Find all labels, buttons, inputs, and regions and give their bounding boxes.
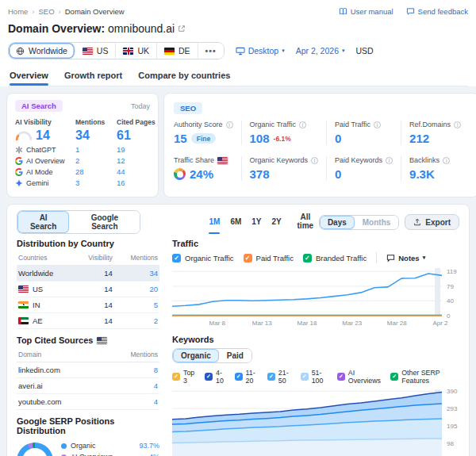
- platform-gemini[interactable]: Gemini: [15, 178, 75, 187]
- chevron-down-icon: ▾: [342, 48, 345, 54]
- range-1y[interactable]: 1Y: [251, 210, 261, 234]
- platform-ai-overview[interactable]: AI Overview: [15, 156, 75, 165]
- notes-dropdown[interactable]: Notes ▾: [386, 254, 425, 262]
- table-row[interactable]: youtube.com4: [17, 394, 159, 410]
- country-scope-group: Worldwide US UK DE •••: [8, 42, 225, 59]
- svg-text:Apr 2: Apr 2: [432, 320, 448, 327]
- ellipsis-icon: •••: [205, 46, 217, 56]
- scope-us-button[interactable]: US: [75, 43, 117, 59]
- keywords-paid-toggle[interactable]: Paid: [219, 349, 251, 362]
- range-all-time[interactable]: All time: [292, 210, 319, 234]
- chatgpt-icon: [15, 146, 23, 154]
- svg-text:Mar 23: Mar 23: [342, 320, 362, 327]
- external-link-icon[interactable]: [178, 25, 186, 33]
- scope-more-button[interactable]: •••: [198, 43, 224, 59]
- breadcrumb-seo[interactable]: SEO: [39, 7, 55, 16]
- checkbox-checked-icon: ✓: [205, 373, 213, 381]
- visibility-gauge-icon: [15, 131, 33, 141]
- report-body: AI Search Today AI Visibility Mentions C…: [0, 86, 476, 456]
- keywords-organic-toggle[interactable]: Organic: [173, 349, 219, 362]
- platform-chatgpt[interactable]: ChatGPT: [15, 145, 75, 154]
- google-g-icon: [15, 157, 23, 165]
- ai-mode-mentions: 28: [75, 167, 117, 176]
- chevron-right-icon: ›: [59, 7, 61, 16]
- uk-flag-icon: [123, 48, 133, 55]
- table-row[interactable]: Worldwide 14 34: [17, 266, 159, 282]
- granularity-months[interactable]: Months: [355, 216, 399, 229]
- traffic-title: Traffic: [172, 239, 459, 248]
- range-6m[interactable]: 6M: [230, 210, 241, 234]
- info-icon[interactable]: i: [311, 157, 318, 164]
- check-4-10[interactable]: ✓4-10: [205, 369, 227, 385]
- scope-worldwide-button[interactable]: Worldwide: [9, 43, 75, 59]
- svg-text:390: 390: [447, 389, 458, 395]
- platform-ai-mode[interactable]: AI Mode: [15, 167, 75, 176]
- ai-search-card: AI Search Today AI Visibility Mentions C…: [6, 93, 159, 197]
- date-select[interactable]: Apr 2, 2026 ▾: [296, 46, 345, 56]
- user-manual-link[interactable]: User manual: [339, 7, 393, 16]
- info-icon[interactable]: i: [454, 121, 461, 128]
- book-icon: [339, 7, 347, 16]
- today-label: Today: [131, 102, 150, 110]
- notes-bubble-icon: [386, 254, 395, 262]
- table-row[interactable]: averi.ai4: [17, 378, 159, 394]
- svg-text:98: 98: [447, 440, 454, 447]
- ai-overview-cited: 12: [117, 156, 161, 165]
- check-21-50[interactable]: ✓21-50: [267, 369, 293, 385]
- seo-badge: SEO: [174, 102, 202, 114]
- granularity-days[interactable]: Days: [320, 216, 355, 229]
- check-top3[interactable]: ✓Top 3: [172, 369, 197, 385]
- svg-text:Mar 13: Mar 13: [252, 320, 272, 327]
- checkbox-checked-icon: ✓: [172, 254, 181, 262]
- metric-organic-keywords: Organic Keywordsi 378: [241, 156, 327, 181]
- check-ai-overviews[interactable]: ✓AI Overviews: [337, 369, 382, 385]
- check-organic-traffic[interactable]: ✓Organic Traffic: [172, 254, 234, 262]
- check-other-serp[interactable]: ✓Other SERP Features: [390, 369, 459, 385]
- device-select[interactable]: Desktop ▾: [236, 46, 285, 56]
- check-11-20[interactable]: ✓11-20: [235, 369, 259, 385]
- date-range-selector: 1M 6M 1Y 2Y All time: [209, 210, 318, 234]
- keywords-chart[interactable]: 098195293390GGGMar 8Mar 13Mar 18Mar 23Ma…: [172, 389, 459, 456]
- table-row[interactable]: US 14 20: [17, 282, 159, 297]
- check-branded-traffic[interactable]: ✓Branded Traffic: [303, 254, 367, 262]
- info-icon[interactable]: i: [374, 121, 381, 128]
- gemini-cited: 16: [117, 178, 161, 187]
- us-flag-icon: [18, 285, 29, 293]
- check-paid-traffic[interactable]: ✓Paid Traffic: [244, 254, 294, 262]
- tab-overview[interactable]: Overview: [10, 67, 48, 86]
- de-flag-icon: [164, 48, 175, 55]
- metric-traffic-share: Traffic Share 24%: [174, 156, 241, 181]
- col-mentions: Mentions: [75, 118, 117, 126]
- info-icon[interactable]: i: [386, 157, 393, 164]
- info-icon[interactable]: i: [299, 121, 306, 128]
- tab-growth-report[interactable]: Growth report: [64, 67, 122, 86]
- info-icon[interactable]: i: [443, 157, 450, 164]
- report-tabs: Overview Growth report Compare by countr…: [8, 67, 468, 86]
- chevron-down-icon: ▾: [423, 255, 426, 261]
- scope-uk-button[interactable]: UK: [116, 43, 157, 59]
- metric-backlinks: Backlinksi 9.3K: [401, 156, 469, 181]
- table-row[interactable]: AE 14 2: [17, 313, 159, 329]
- in-flag-icon: [18, 301, 29, 308]
- svg-text:Mar 8: Mar 8: [209, 320, 226, 327]
- traffic-chart[interactable]: 04079119Mar 8Mar 13Mar 18Mar 23Mar 28Apr…: [172, 268, 459, 331]
- country-distribution-title: Distribution by Country: [17, 239, 159, 248]
- scope-de-button[interactable]: DE: [157, 43, 198, 59]
- breadcrumb-home[interactable]: Home: [8, 7, 28, 16]
- toggle-ai-search[interactable]: AI Search: [17, 211, 69, 233]
- table-row[interactable]: IN 14 5: [17, 297, 159, 313]
- range-1m[interactable]: 1M: [209, 210, 220, 234]
- range-2y[interactable]: 2Y: [272, 210, 282, 234]
- tab-compare-by-countries[interactable]: Compare by countries: [138, 67, 230, 86]
- chatgpt-mentions: 1: [75, 145, 117, 154]
- info-icon[interactable]: i: [226, 121, 233, 128]
- gemini-icon: [15, 179, 23, 187]
- send-feedback-link[interactable]: Send feedback: [406, 7, 468, 16]
- table-row[interactable]: linkedin.com8: [17, 362, 159, 378]
- metric-paid-keywords: Paid Keywordsi 0: [326, 156, 401, 181]
- seo-card: SEO Authority Scorei 15Fine Organic Traf…: [163, 93, 476, 197]
- check-51-100[interactable]: ✓51-100: [301, 369, 329, 385]
- granularity-toggle: Days Months: [319, 215, 399, 230]
- toggle-google-search[interactable]: Google Search: [69, 211, 140, 233]
- export-button[interactable]: Export: [405, 214, 459, 230]
